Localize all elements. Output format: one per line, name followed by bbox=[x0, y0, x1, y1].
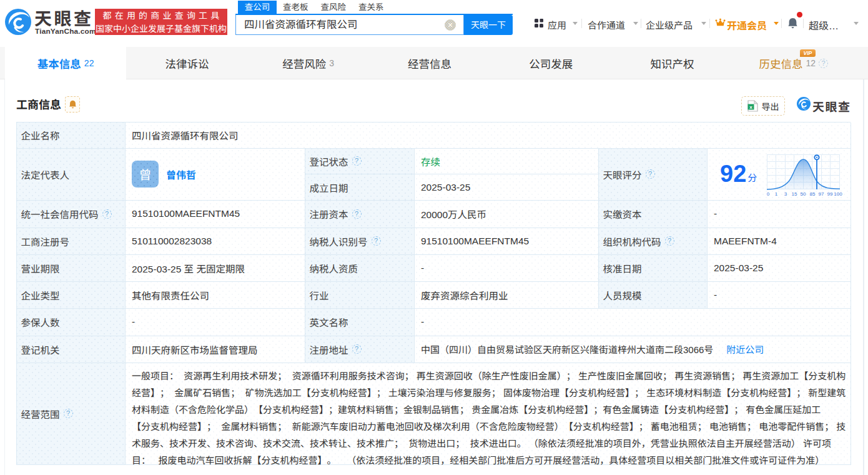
svg-text:85: 85 bbox=[810, 191, 816, 197]
svg-text:15: 15 bbox=[792, 191, 797, 197]
svg-text:1: 1 bbox=[775, 191, 778, 197]
svg-text:3: 3 bbox=[784, 191, 787, 197]
svg-text:50: 50 bbox=[801, 191, 806, 197]
svg-text:0: 0 bbox=[767, 191, 770, 197]
svg-text:100: 100 bbox=[834, 191, 842, 197]
svg-text:97: 97 bbox=[819, 191, 824, 197]
svg-text:x: x bbox=[749, 104, 752, 110]
svg-text:99: 99 bbox=[827, 191, 833, 197]
